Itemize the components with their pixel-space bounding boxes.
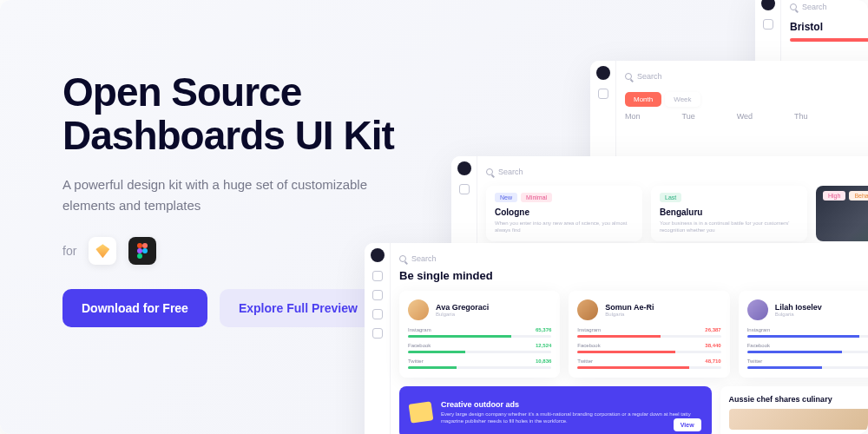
side-image: [729, 409, 868, 430]
metric-bar: [747, 335, 868, 338]
day-label: Mon: [625, 112, 641, 121]
tag: New: [495, 193, 517, 202]
day-label: Wed: [737, 112, 753, 121]
search-icon: [790, 3, 797, 10]
metric-bar: [408, 351, 551, 353]
metric-label: Instagram: [747, 327, 771, 332]
avatar: [577, 299, 598, 320]
metric-label: Facebook: [747, 343, 770, 348]
preview-mockups: Search Bristol Search Month Week ← Jun M…: [391, 0, 868, 434]
hero-subtitle: A powerful design kit with a huge set of…: [62, 174, 375, 216]
pencil-icon: [409, 401, 434, 423]
metric-bar: [577, 366, 720, 369]
side-card: Aussie chef shares culinary: [720, 386, 868, 434]
logo-icon: [761, 0, 775, 10]
progress-bar: [790, 38, 868, 42]
user-icon: [459, 184, 470, 194]
metric-value: 65,376: [536, 327, 551, 332]
day-label: Thu: [794, 112, 808, 121]
search-input: Search: [625, 68, 868, 85]
nav-icon: [372, 328, 383, 339]
metric-label: Facebook: [408, 343, 431, 348]
search-input: Search: [790, 0, 868, 16]
day-label: Tue: [682, 112, 695, 121]
promo-title: Creative outdoor ads: [441, 400, 701, 409]
user-icon: [598, 89, 608, 99]
metric-bar: [577, 335, 720, 338]
person-location: Bulgaria: [775, 312, 822, 317]
metric-label: Twitter: [408, 358, 424, 364]
mock-panel-calendar: Search Month Week ← Jun Mon Tue Wed Thu: [590, 61, 868, 217]
metric-bar: [747, 366, 868, 369]
metric-value: 10,836: [536, 358, 551, 364]
hero-title: Open Source Dashboards UI Kit: [62, 71, 427, 157]
tag: Minimal: [521, 193, 552, 202]
metric-bar: [747, 351, 868, 353]
promo-button: View: [674, 418, 701, 431]
tag: Last: [660, 193, 681, 202]
metric-label: Instagram: [577, 327, 601, 332]
metric-value: 38,440: [705, 343, 720, 348]
figma-icon[interactable]: [128, 237, 156, 265]
logo-icon: [596, 66, 610, 80]
person-name: Somun Ae-Ri: [605, 303, 654, 312]
metric-label: Twitter: [577, 358, 593, 364]
promo-banner: Creative outdoor ads Every large design …: [399, 386, 712, 434]
mock-panel-cards: Search NewMinimal Cologne When you enter…: [451, 156, 868, 278]
person-location: Bulgaria: [436, 312, 489, 317]
tab-week: Week: [665, 92, 700, 107]
person-location: Bulgaria: [605, 312, 654, 317]
tag: Behance: [849, 191, 868, 201]
person-name: Ava Gregoraci: [436, 303, 489, 312]
metric-bar: [577, 351, 720, 353]
metric-label: Facebook: [577, 343, 600, 348]
city-name: Bengaluru: [660, 207, 799, 217]
sketch-icon[interactable]: [89, 237, 116, 265]
city-card: NewMinimal Cologne When you enter into a…: [486, 186, 642, 241]
person-card: Lilah IoselevBulgariaInstagram48,983Face…: [739, 291, 868, 378]
explore-button[interactable]: Explore Full Preview: [220, 289, 377, 327]
metric-label: Twitter: [747, 358, 763, 364]
person-card: Somun Ae-RiBulgariaInstagram26,387Facebo…: [569, 291, 729, 378]
search-icon: [486, 168, 493, 175]
metric-value: 48,710: [705, 358, 720, 364]
person-name: Lilah Ioselev: [775, 303, 822, 312]
city-card: Last Bengaluru Your business is in a con…: [651, 186, 807, 241]
metric-bar: [408, 335, 551, 338]
city-name: Bristol: [790, 21, 868, 33]
for-label: for: [62, 244, 76, 258]
logo-icon: [457, 161, 471, 175]
search-icon: [625, 73, 632, 80]
metric-bar: [408, 366, 551, 369]
avatar: [747, 299, 768, 320]
search-input: Search: [399, 250, 868, 267]
promo-description: Every large design company whether it's …: [441, 411, 701, 425]
city-name: Cologne: [495, 207, 634, 217]
mock-panel-people: Search Be single minded Ava GregoraciBul…: [365, 243, 868, 434]
search-input: Search: [486, 163, 868, 181]
section-title: Be single minded: [399, 269, 868, 282]
card-description: Your business is in a continual battle f…: [660, 220, 799, 234]
tag: High: [823, 191, 845, 201]
mock-panel-city: Search Bristol: [755, 0, 868, 139]
user-icon: [763, 19, 773, 30]
side-title: Aussie chef shares culinary: [729, 395, 868, 404]
download-button[interactable]: Download for Free: [62, 289, 207, 327]
metric-label: Instagram: [408, 327, 431, 332]
tab-month: Month: [625, 92, 661, 107]
image-card: HighBehance: [816, 186, 868, 241]
metric-value: 12,524: [536, 343, 551, 348]
card-description: When you enter into any new area of scie…: [495, 220, 634, 234]
metric-value: 26,387: [705, 327, 720, 332]
